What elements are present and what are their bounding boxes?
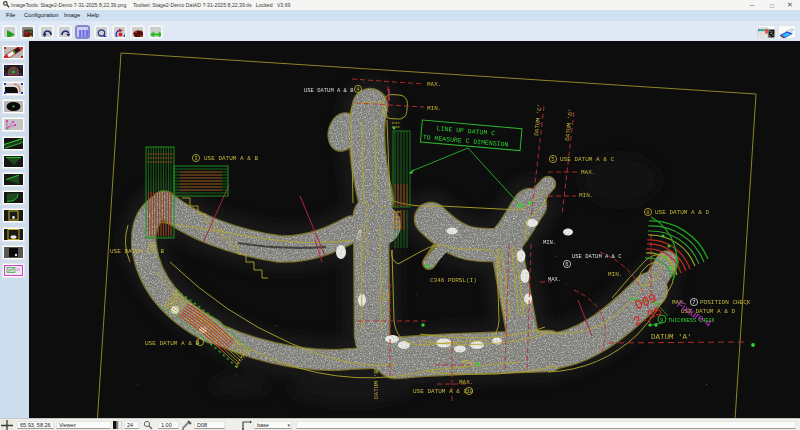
svg-text:6: 6	[565, 261, 568, 268]
svg-text:5: 5	[551, 156, 554, 163]
svg-text:MAX.: MAX.	[548, 276, 561, 283]
svg-text:USE DATUM A & B: USE DATUM A & B	[204, 155, 258, 162]
svg-text:USE DATUM A & C: USE DATUM A & C	[560, 156, 614, 163]
svg-text:MIN.: MIN.	[579, 192, 593, 199]
svg-text:MAX.: MAX.	[581, 169, 595, 176]
svg-text:B2B: B2B	[380, 210, 386, 214]
svg-text:USE DATUM A & B: USE DATUM A & B	[110, 248, 164, 255]
svg-text:B2B3: B2B3	[393, 225, 401, 229]
svg-text:MIN.: MIN.	[427, 105, 441, 112]
svg-text:10: 10	[467, 388, 474, 395]
svg-text:USE DATUM A & D: USE DATUM A & D	[655, 209, 709, 216]
svg-text:DATUM 'A': DATUM 'A'	[651, 333, 692, 341]
svg-text:B2B1: B2B1	[393, 215, 401, 219]
svg-text:MIN.: MIN.	[462, 359, 476, 366]
svg-text:MIN.: MIN.	[543, 239, 556, 246]
svg-text:8: 8	[646, 209, 649, 216]
svg-text:DATUM 'B': DATUM 'B'	[373, 367, 380, 399]
svg-text:USE DATUM A & B: USE DATUM A & B	[145, 340, 199, 347]
svg-text:USE DATUM A & B: USE DATUM A & B	[304, 87, 354, 94]
svg-text:C346 PDRSL(I): C346 PDRSL(I)	[430, 277, 477, 284]
svg-text:B2B3: B2B3	[392, 121, 400, 125]
svg-text:MAX.: MAX.	[427, 81, 441, 88]
svg-text:B2B: B2B	[380, 205, 386, 209]
svg-text:3: 3	[194, 155, 197, 162]
svg-text:7: 7	[692, 299, 695, 306]
svg-text:B2B2: B2B2	[393, 220, 401, 224]
svg-text:MIN.: MIN.	[608, 271, 622, 278]
svg-text:B2B0: B2B0	[393, 210, 401, 214]
svg-text:MAX.: MAX.	[459, 379, 473, 386]
svg-text:POSITION CHECK: POSITION CHECK	[700, 299, 751, 306]
svg-text:USE DATUM A & C: USE DATUM A & C	[572, 253, 622, 260]
svg-text:USE DATUM A & C: USE DATUM A & C	[413, 388, 467, 395]
svg-text:2: 2	[150, 243, 153, 250]
